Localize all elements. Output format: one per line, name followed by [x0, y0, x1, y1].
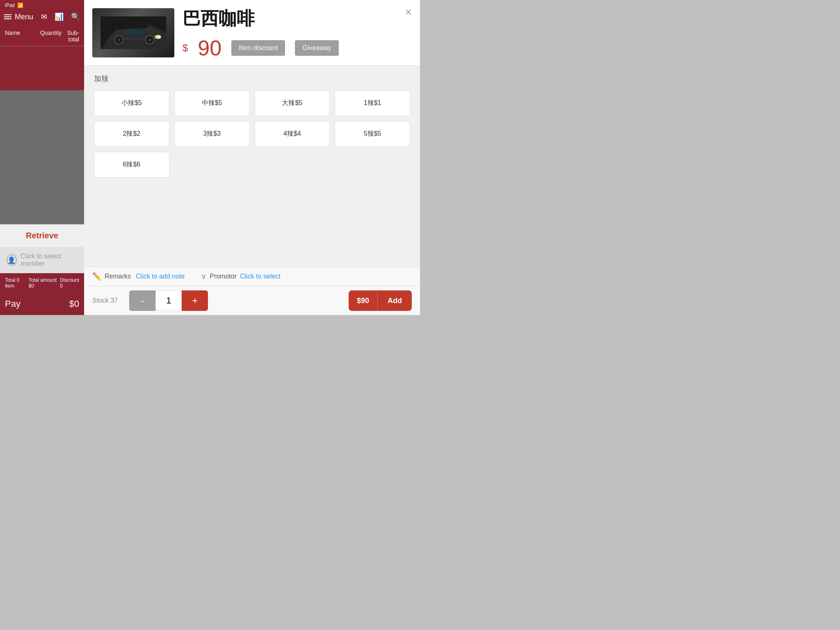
price-amount: 90 [198, 37, 221, 59]
product-info: 巴西咖啡 $ 90 Item discount Giveaway [183, 7, 397, 59]
select-member-button[interactable]: 👤 Click to select member [0, 247, 84, 273]
product-title: 巴西咖啡 [183, 7, 397, 31]
options-area: 加辣 小辣$5中辣$5大辣$51辣$12辣$23辣$34辣$45辣$56辣$6 [84, 66, 420, 267]
promotor-label: Promotor [210, 273, 237, 280]
discount: Discount 0 [60, 277, 79, 289]
col-qty-header: Quantity [40, 30, 62, 43]
bottom-bar: ✏️ Remarks Click to add note ∨ Promotor … [84, 267, 420, 286]
wifi-icon: 📶 [17, 2, 23, 8]
pay-amount: $0 [69, 299, 79, 309]
options-grid: 小辣$5中辣$5大辣$51辣$12辣$23辣$34辣$45辣$56辣$6 [94, 90, 410, 178]
product-price-row: $ 90 Item discount Giveaway [183, 37, 397, 59]
svg-point-3 [157, 36, 160, 38]
menu-label: Menu [15, 13, 33, 21]
table-header: Name Quantity Sub-total [0, 26, 84, 46]
quantity-minus-button[interactable]: - [129, 290, 155, 311]
search-icon[interactable]: 🔍 [71, 12, 80, 21]
remarks-section: ✏️ Remarks Click to add note [92, 272, 185, 281]
select-member-label: Click to select member [21, 253, 78, 267]
promotor-select-button[interactable]: Click to select [240, 273, 281, 280]
add-to-cart-button[interactable]: $90 Add [349, 290, 412, 311]
top-bar: iPad 📶 Menu ✉ 📊 🔍 Name Quantity Sub-tota… [0, 0, 84, 90]
options-section-title: 加辣 [94, 74, 410, 84]
total-items: Total 0 item [5, 277, 25, 289]
remarks-icon: ✏️ [92, 272, 101, 281]
sidebar: iPad 📶 Menu ✉ 📊 🔍 Name Quantity Sub-tota… [0, 0, 84, 315]
hamburger-icon [4, 14, 11, 19]
mail-icon[interactable]: ✉ [41, 12, 47, 21]
menu-button[interactable]: Menu [4, 13, 33, 21]
product-image [92, 8, 174, 57]
nav-icons: ✉ 📊 🔍 [41, 12, 80, 21]
cart-bar: Stock 37 - 1 + $90 Add [84, 286, 420, 315]
sidebar-body [0, 90, 84, 224]
option-button[interactable]: 6辣$6 [94, 152, 169, 178]
quantity-display: 1 [155, 290, 182, 311]
device-label: iPad [5, 2, 15, 8]
add-price: $90 [349, 290, 378, 311]
option-button[interactable]: 4辣$4 [255, 121, 330, 147]
promotor-icon: ∨ [201, 272, 206, 281]
stock-info: Stock 37 [92, 297, 118, 304]
option-button[interactable]: 1辣$1 [335, 90, 410, 116]
nav-bar: Menu ✉ 📊 🔍 [0, 11, 84, 23]
option-button[interactable]: 大辣$5 [255, 90, 330, 116]
product-header: 巴西咖啡 $ 90 Item discount Giveaway × [84, 0, 420, 66]
main-panel: 巴西咖啡 $ 90 Item discount Giveaway × 加辣 小辣… [84, 0, 420, 315]
quantity-controls: - 1 + [129, 290, 208, 311]
add-note-button[interactable]: Click to add note [136, 273, 185, 280]
giveaway-button[interactable]: Giveaway [295, 40, 338, 56]
total-amount: Total amount $0 [28, 277, 57, 289]
pay-label: Pay [5, 299, 21, 309]
option-button[interactable]: 小辣$5 [94, 90, 169, 116]
option-button[interactable]: 中辣$5 [174, 90, 250, 116]
option-button[interactable]: 2辣$2 [94, 121, 169, 147]
pay-bar[interactable]: Pay $0 [0, 293, 84, 315]
svg-point-5 [117, 38, 121, 42]
retrieve-button[interactable]: Retrieve [0, 224, 84, 247]
option-button[interactable]: 3辣$3 [174, 121, 250, 147]
option-button[interactable]: 5辣$5 [335, 121, 410, 147]
promotor-section: ∨ Promotor Click to select [201, 272, 281, 281]
status-bar: iPad 📶 [0, 0, 84, 11]
quantity-plus-button[interactable]: + [182, 290, 208, 311]
totals-bar: Total 0 item Total amount $0 Discount 0 [0, 273, 84, 293]
add-label: Add [378, 290, 412, 311]
close-button[interactable]: × [405, 7, 412, 18]
svg-point-7 [148, 38, 152, 42]
col-name-header: Name [5, 30, 40, 43]
remarks-label: Remarks [105, 273, 131, 280]
item-discount-button[interactable]: Item discount [231, 40, 285, 56]
price-currency: $ [183, 42, 188, 54]
member-icon: 👤 [7, 254, 17, 266]
stats-icon[interactable]: 📊 [55, 12, 64, 21]
col-sub-header: Sub-total [62, 30, 79, 43]
